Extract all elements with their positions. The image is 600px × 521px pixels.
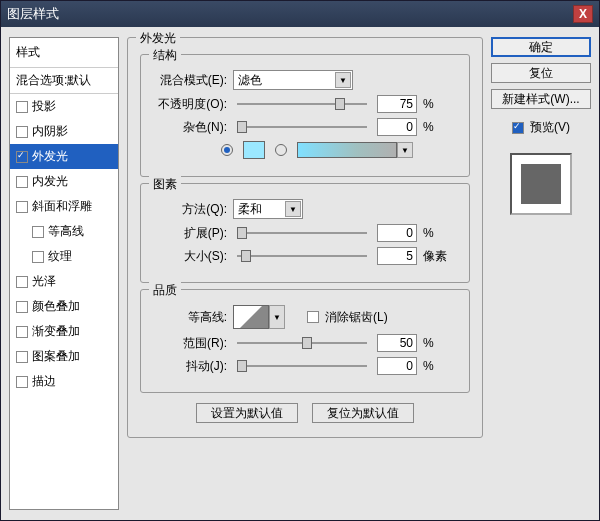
structure-group: 结构 混合模式(E): 滤色 ▼ 不透明度(O): % xyxy=(140,54,470,177)
style-item[interactable]: 图案叠加 xyxy=(10,344,118,369)
contour-label: 等高线: xyxy=(151,309,227,326)
size-input[interactable] xyxy=(377,247,417,265)
range-slider[interactable] xyxy=(237,342,367,344)
range-label: 范围(R): xyxy=(151,335,227,352)
spread-input[interactable] xyxy=(377,224,417,242)
color-radio[interactable] xyxy=(221,144,233,156)
style-item-label: 内发光 xyxy=(32,173,68,190)
window-title: 图层样式 xyxy=(7,5,573,23)
contour-picker[interactable] xyxy=(233,305,269,329)
style-item[interactable]: 渐变叠加 xyxy=(10,319,118,344)
dialog-body: 样式 混合选项:默认 投影内阴影外发光内发光斜面和浮雕等高线纹理光泽颜色叠加渐变… xyxy=(1,27,599,520)
cancel-button[interactable]: 复位 xyxy=(491,63,591,83)
noise-input[interactable] xyxy=(377,118,417,136)
style-item-label: 纹理 xyxy=(48,248,72,265)
style-item-label: 外发光 xyxy=(32,148,68,165)
style-checkbox[interactable] xyxy=(16,126,28,138)
style-item-label: 颜色叠加 xyxy=(32,298,80,315)
style-item-label: 等高线 xyxy=(48,223,84,240)
right-column: 确定 复位 新建样式(W)... 预览(V) xyxy=(491,37,591,510)
noise-label: 杂色(N): xyxy=(151,119,227,136)
chevron-down-icon[interactable]: ▼ xyxy=(269,305,285,329)
quality-title: 品质 xyxy=(149,282,181,299)
style-checkbox[interactable] xyxy=(32,226,44,238)
preview-swatch xyxy=(510,153,572,215)
style-item[interactable]: 等高线 xyxy=(10,219,118,244)
styles-sidebar: 样式 混合选项:默认 投影内阴影外发光内发光斜面和浮雕等高线纹理光泽颜色叠加渐变… xyxy=(9,37,119,510)
main-panel: 外发光 结构 混合模式(E): 滤色 ▼ 不透明度(O): % xyxy=(127,37,483,510)
technique-label: 方法(Q): xyxy=(151,201,227,218)
style-checkbox[interactable] xyxy=(16,376,28,388)
style-item[interactable]: 描边 xyxy=(10,369,118,394)
style-item-label: 渐变叠加 xyxy=(32,323,80,340)
noise-slider[interactable] xyxy=(237,126,367,128)
range-unit: % xyxy=(423,336,434,350)
range-input[interactable] xyxy=(377,334,417,352)
spread-unit: % xyxy=(423,226,434,240)
elements-group: 图素 方法(Q): 柔和 ▼ 扩展(P): % xyxy=(140,183,470,283)
style-item-label: 投影 xyxy=(32,98,56,115)
style-checkbox[interactable] xyxy=(16,301,28,313)
style-checkbox[interactable] xyxy=(32,251,44,263)
blend-mode-select[interactable]: 滤色 ▼ xyxy=(233,70,353,90)
opacity-input[interactable] xyxy=(377,95,417,113)
jitter-input[interactable] xyxy=(377,357,417,375)
jitter-unit: % xyxy=(423,359,434,373)
glow-color-swatch[interactable] xyxy=(243,141,265,159)
style-item-label: 描边 xyxy=(32,373,56,390)
antialias-label: 消除锯齿(L) xyxy=(325,309,388,326)
set-default-button[interactable]: 设置为默认值 xyxy=(196,403,298,423)
antialias-checkbox[interactable] xyxy=(307,311,319,323)
style-item[interactable]: 内阴影 xyxy=(10,119,118,144)
new-style-button[interactable]: 新建样式(W)... xyxy=(491,89,591,109)
outer-glow-section: 外发光 结构 混合模式(E): 滤色 ▼ 不透明度(O): % xyxy=(127,37,483,438)
style-checkbox[interactable] xyxy=(16,351,28,363)
technique-select[interactable]: 柔和 ▼ xyxy=(233,199,303,219)
style-item[interactable]: 内发光 xyxy=(10,169,118,194)
chevron-down-icon[interactable]: ▼ xyxy=(397,142,413,158)
style-checkbox[interactable] xyxy=(16,151,28,163)
titlebar: 图层样式 X xyxy=(1,1,599,27)
size-slider[interactable] xyxy=(237,255,367,257)
chevron-down-icon: ▼ xyxy=(335,72,351,88)
opacity-unit: % xyxy=(423,97,434,111)
layer-style-dialog: 图层样式 X 样式 混合选项:默认 投影内阴影外发光内发光斜面和浮雕等高线纹理光… xyxy=(0,0,600,521)
style-checkbox[interactable] xyxy=(16,201,28,213)
style-item-label: 内阴影 xyxy=(32,123,68,140)
reset-default-button[interactable]: 复位为默认值 xyxy=(312,403,414,423)
close-icon: X xyxy=(579,7,587,21)
style-checkbox[interactable] xyxy=(16,276,28,288)
glow-gradient-swatch[interactable] xyxy=(297,142,397,158)
ok-button[interactable]: 确定 xyxy=(491,37,591,57)
style-checkbox[interactable] xyxy=(16,326,28,338)
jitter-slider[interactable] xyxy=(237,365,367,367)
gradient-radio[interactable] xyxy=(275,144,287,156)
spread-label: 扩展(P): xyxy=(151,225,227,242)
noise-unit: % xyxy=(423,120,434,134)
close-button[interactable]: X xyxy=(573,5,593,23)
preview-label: 预览(V) xyxy=(530,119,570,136)
style-item-label: 斜面和浮雕 xyxy=(32,198,92,215)
size-unit: 像素 xyxy=(423,248,447,265)
style-item[interactable]: 光泽 xyxy=(10,269,118,294)
style-item[interactable]: 投影 xyxy=(10,94,118,119)
size-label: 大小(S): xyxy=(151,248,227,265)
jitter-label: 抖动(J): xyxy=(151,358,227,375)
elements-title: 图素 xyxy=(149,176,181,193)
style-item[interactable]: 斜面和浮雕 xyxy=(10,194,118,219)
style-item[interactable]: 颜色叠加 xyxy=(10,294,118,319)
preview-checkbox[interactable] xyxy=(512,122,524,134)
style-item[interactable]: 外发光 xyxy=(10,144,118,169)
sidebar-header[interactable]: 样式 xyxy=(10,38,118,68)
quality-group: 品质 等高线: ▼ 消除锯齿(L) 范围(R): xyxy=(140,289,470,393)
opacity-label: 不透明度(O): xyxy=(151,96,227,113)
style-checkbox[interactable] xyxy=(16,101,28,113)
style-item[interactable]: 纹理 xyxy=(10,244,118,269)
blend-options-item[interactable]: 混合选项:默认 xyxy=(10,68,118,94)
structure-title: 结构 xyxy=(149,47,181,64)
style-checkbox[interactable] xyxy=(16,176,28,188)
style-item-label: 光泽 xyxy=(32,273,56,290)
spread-slider[interactable] xyxy=(237,232,367,234)
opacity-slider[interactable] xyxy=(237,103,367,105)
section-title: 外发光 xyxy=(136,30,180,47)
